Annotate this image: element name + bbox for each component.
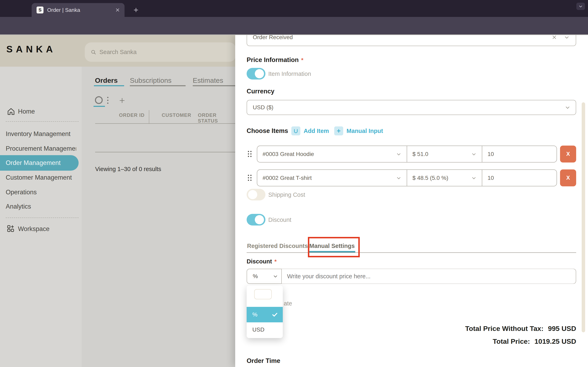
workspace-grid-icon <box>6 224 15 233</box>
check-icon <box>272 312 278 318</box>
total-price-label: Total Price: <box>493 337 530 345</box>
home-icon <box>7 107 16 116</box>
column-customer[interactable]: CUSTOMER <box>162 112 191 118</box>
sidebar-divider <box>6 217 79 218</box>
tab-search-chevron-icon[interactable] <box>576 3 585 10</box>
sidebar-divider <box>6 121 79 122</box>
favicon-letter: S <box>39 7 42 13</box>
total-price-row: Total Price: 1019.25 USD <box>493 337 576 345</box>
item-select[interactable]: #0003 Great Hoodie <box>257 146 407 162</box>
item-price: $ 51.0 <box>412 151 428 157</box>
browser-tabstrip: S Order | Sanka <box>0 0 588 17</box>
item-name: #0003 Great Hoodie <box>263 151 314 157</box>
drag-handle[interactable] <box>248 151 251 157</box>
tab-subscriptions[interactable]: Subscriptions <box>130 76 172 84</box>
sidebar-item-home[interactable]: Home <box>18 108 88 115</box>
discount-toggle[interactable] <box>247 214 265 225</box>
dropdown-option-percent[interactable]: % <box>247 307 283 322</box>
table-header-border <box>95 123 235 124</box>
sanka-logo[interactable]: SANKA <box>6 44 56 55</box>
item-information-toggle[interactable] <box>247 68 265 80</box>
drag-handle[interactable] <box>248 175 251 181</box>
item-select[interactable]: #0002 Great T-shirt <box>257 170 407 186</box>
manual-input-button[interactable]: Manual Input <box>346 128 383 134</box>
tab-estimates[interactable]: Estimates <box>193 76 223 84</box>
option-label: USD <box>252 326 264 333</box>
item-price-select[interactable]: $ 51.0 <box>407 146 482 162</box>
order-status-select[interactable]: Order Received <box>247 35 576 46</box>
sidebar-item-inventory-management[interactable]: Inventory Management <box>6 130 76 138</box>
sidebar-item-procurement-management[interactable]: Procurement Management <box>6 145 76 152</box>
obscured-label-fragment: ate <box>284 300 292 307</box>
order-time-label: Order Time <box>247 357 280 365</box>
tab-subscriptions-underline <box>130 85 186 86</box>
tab-estimates-underline <box>193 85 235 86</box>
dropdown-option-usd[interactable]: USD <box>247 322 283 337</box>
currency-value: USD ($) <box>253 104 273 111</box>
remove-item-button[interactable]: X <box>560 146 576 162</box>
item-qty: 10 <box>488 151 494 157</box>
add-item-bag-icon[interactable] <box>291 126 300 135</box>
sidebar-item-operations[interactable]: Operations <box>6 189 76 196</box>
total-without-tax-value: 995 USD <box>548 325 576 333</box>
toggle-knob <box>248 190 257 199</box>
discount-field-label: Discount* <box>247 258 277 265</box>
tab-close-icon[interactable] <box>115 8 120 12</box>
total-without-tax-row: Total Price Without Tax: 995 USD <box>465 325 576 333</box>
column-order-status[interactable]: ORDER STATUS <box>198 112 235 124</box>
sidebar-item-label: Order Management <box>6 159 61 167</box>
tab-orders[interactable]: Orders <box>95 76 118 84</box>
item-qty-input[interactable]: 10 <box>482 146 557 162</box>
view-circle-icon[interactable] <box>95 96 103 104</box>
discount-tabs-border <box>247 252 576 253</box>
discount-unit-select[interactable]: % <box>247 269 282 284</box>
tab-favicon: S <box>36 7 43 13</box>
shipping-cost-toggle[interactable] <box>247 189 265 200</box>
toggle-knob <box>255 69 264 78</box>
manual-input-plus-icon[interactable] <box>334 126 343 135</box>
screen: S Order | Sanka app.sanka.io/modules/ord <box>0 0 588 367</box>
sidebar-item-order-management[interactable]: Order Management <box>0 155 79 171</box>
add-item-button[interactable]: Add Item <box>303 128 329 134</box>
item-qty-input[interactable]: 10 <box>482 170 557 186</box>
clear-icon[interactable] <box>552 35 557 40</box>
sidebar-item-workspace[interactable]: Workspace <box>18 225 88 233</box>
browser-tab[interactable]: S Order | Sanka <box>32 3 125 17</box>
remove-item-button[interactable]: X <box>560 169 576 186</box>
add-view-icon[interactable] <box>118 96 127 105</box>
order-form-panel: Order Received Price Information* Item I… <box>235 35 588 367</box>
discount-amount-input[interactable] <box>282 269 576 284</box>
new-tab-button[interactable] <box>131 6 140 15</box>
toggle-knob <box>255 215 264 224</box>
shipping-cost-toggle-label: Shipping Cost <box>268 192 305 198</box>
sidebar: Home Inventory Management Procurement Ma… <box>0 67 82 367</box>
tab-registered-discounts[interactable]: Registered Discounts <box>247 243 308 249</box>
discount-unit-dropdown: % USD <box>247 285 283 338</box>
required-asterisk: * <box>274 258 277 265</box>
item-row: #0003 Great Hoodie $ 51.0 10 <box>257 146 557 162</box>
dropdown-option-empty[interactable] <box>254 289 272 299</box>
tab-orders-underline <box>94 85 124 86</box>
results-count: Viewing 1–30 of 0 results <box>95 166 161 173</box>
chevron-down-icon[interactable] <box>564 35 570 40</box>
page: SANKA Search Sanka Home Inventory Manage… <box>0 35 588 367</box>
tab-title: Order | Sanka <box>47 7 115 13</box>
item-row: #0002 Great T-shirt $ 48.5 (5.0 %) 10 <box>257 169 557 186</box>
choose-items-label: Choose Items <box>247 127 288 134</box>
item-qty: 10 <box>488 175 494 181</box>
currency-select[interactable]: USD ($) <box>247 100 576 115</box>
option-label: % <box>252 311 258 318</box>
discount-input-group: % <box>247 269 576 284</box>
sidebar-item-customer-management[interactable]: Customer Management <box>6 174 76 181</box>
total-price-value: 1019.25 USD <box>535 337 576 345</box>
sidebar-item-analytics[interactable]: Analytics <box>6 203 76 210</box>
browser-toolbar: app.sanka.io/modules/ordermanagement/ord… <box>0 17 588 34</box>
item-name: #0002 Great T-shirt <box>263 175 312 181</box>
chevron-down-icon <box>565 105 571 110</box>
panel-scrollbar[interactable] <box>582 102 585 332</box>
column-order-id[interactable]: ORDER ID <box>114 112 145 118</box>
list-kebab-icon[interactable] <box>107 97 109 104</box>
global-search-input[interactable]: Search Sanka <box>85 42 236 62</box>
discount-toggle-label: Discount <box>268 217 291 223</box>
item-price-select[interactable]: $ 48.5 (5.0 %) <box>407 170 482 186</box>
